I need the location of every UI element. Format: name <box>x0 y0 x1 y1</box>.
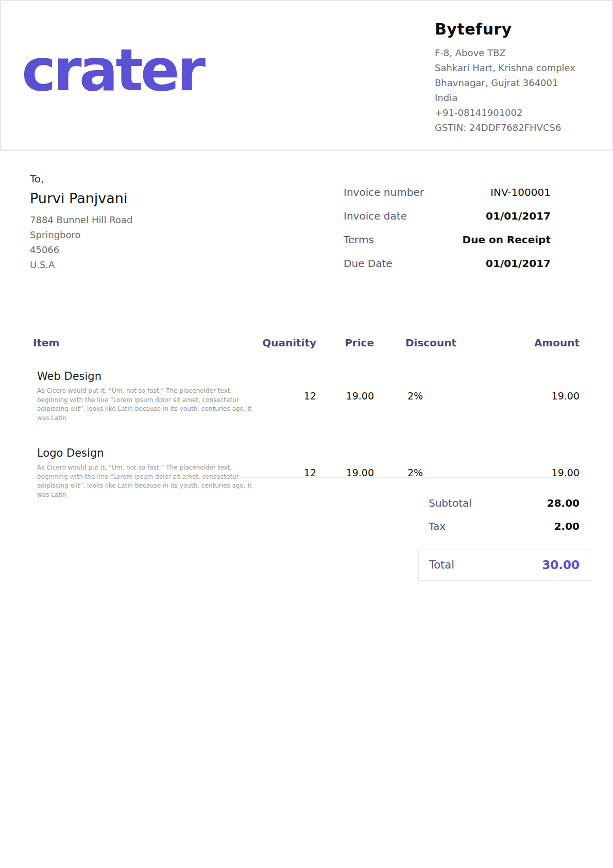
crater-logo: crater <box>22 41 203 99</box>
company-address-line: India <box>435 90 575 105</box>
terms-label: Terms <box>344 233 374 246</box>
item-price: 19.00 <box>316 390 374 402</box>
totals-divider <box>33 477 580 478</box>
bill-to-label: To, <box>30 171 132 187</box>
company-phone: +91-08141901002 <box>435 105 575 120</box>
column-header-item: Item <box>33 332 260 353</box>
invoice-date-value: 01/01/2017 <box>486 210 551 222</box>
company-address-line: Bhavnagar, Gujrat 364001 <box>435 75 575 90</box>
item-quantity: 12 <box>260 467 316 478</box>
customer-address-line: Springboro <box>30 227 132 242</box>
item-description: As Cicero would put it, “Um, not so fast… <box>37 463 260 499</box>
customer-address: 7884 Bunnel Hill Road Springboro 45066 U… <box>30 212 132 272</box>
company-name: Bytefury <box>435 19 575 40</box>
terms-value: Due on Receipt <box>463 233 551 246</box>
company-address: F-8, Above TBZ Sahkari Hart, Krishna com… <box>435 45 575 135</box>
column-header-quantity: Quanitity <box>260 332 316 353</box>
customer-name: Purvi Panjvani <box>30 189 132 208</box>
tax-label: Tax <box>429 520 446 532</box>
item-discount: 2% <box>374 390 456 402</box>
invoice-date-label: Invoice date <box>344 210 407 222</box>
item-amount: 19.00 <box>456 467 580 478</box>
total-box: Total 30.00 <box>418 549 590 581</box>
company-info: Bytefury F-8, Above TBZ Sahkari Hart, Kr… <box>435 19 575 135</box>
terms-row: Terms Due on Receipt <box>344 228 551 252</box>
invoice-number-label: Invoice number <box>344 186 424 198</box>
item-amount: 19.00 <box>456 390 580 402</box>
company-address-line: Sahkari Hart, Krishna complex <box>435 60 575 75</box>
item-discount: 2% <box>374 467 456 478</box>
item-cell: Web Design As Cicero would put it, “Um, … <box>33 369 260 423</box>
subtotal-row: Subtotal 28.00 <box>418 491 590 514</box>
column-header-discount: Discount <box>374 332 456 353</box>
item-quantity: 12 <box>260 390 316 402</box>
table-row: Web Design As Cicero would put it, “Um, … <box>33 365 580 430</box>
tax-row: Tax 2.00 <box>418 514 590 538</box>
invoice-page: crater Bytefury F-8, Above TBZ Sahkari H… <box>0 0 613 868</box>
totals-section: Subtotal 28.00 Tax 2.00 Total 30.00 <box>418 491 590 581</box>
item-cell: Logo Design As Cicero would put it, “Um,… <box>33 445 260 499</box>
item-description: As Cicero would put it, “Um, not so fast… <box>37 387 260 423</box>
due-date-value: 01/01/2017 <box>486 257 551 270</box>
company-address-line: F-8, Above TBZ <box>435 45 575 60</box>
invoice-number-row: Invoice number INV-100001 <box>344 180 551 204</box>
customer-address-line: 7884 Bunnel Hill Road <box>30 212 132 227</box>
due-date-label: Due Date <box>344 257 393 270</box>
total-label: Total <box>429 559 454 571</box>
company-gstin: GSTIN: 24DDF7682FHVCS6 <box>435 120 575 135</box>
items-table: Item Quanitity Price Discount Amount Web… <box>33 332 580 507</box>
due-date-row: Due Date 01/01/2017 <box>344 252 551 275</box>
item-name: Logo Design <box>37 445 260 461</box>
customer-address-line: 45066 <box>30 242 132 257</box>
item-name: Web Design <box>37 369 260 384</box>
invoice-meta: Invoice number INV-100001 Invoice date 0… <box>344 180 551 275</box>
invoice-number-value: INV-100001 <box>490 186 551 198</box>
bill-to-section: To, Purvi Panjvani 7884 Bunnel Hill Road… <box>30 171 132 272</box>
column-header-amount: Amount <box>456 332 580 353</box>
invoice-header: crater Bytefury F-8, Above TBZ Sahkari H… <box>0 0 613 151</box>
subtotal-label: Subtotal <box>429 497 472 509</box>
items-table-header: Item Quanitity Price Discount Amount <box>33 332 580 353</box>
invoice-date-row: Invoice date 01/01/2017 <box>344 204 551 228</box>
total-value: 30.00 <box>542 558 580 572</box>
subtotal-value: 28.00 <box>547 497 580 509</box>
item-price: 19.00 <box>316 467 374 478</box>
tax-value: 2.00 <box>554 520 580 532</box>
column-header-price: Price <box>316 332 374 353</box>
customer-address-line: U.S.A <box>30 257 132 272</box>
